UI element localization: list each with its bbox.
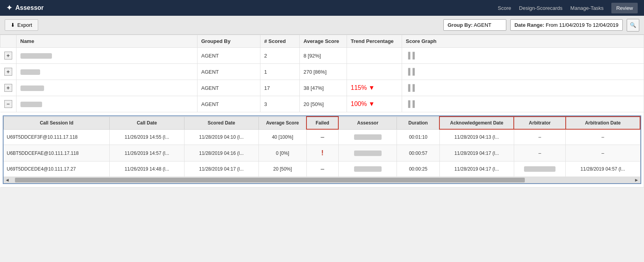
nav-score[interactable]: Score bbox=[498, 5, 511, 11]
sub-col-failed: Failed bbox=[306, 117, 338, 129]
summary-table: Name Grouped By # Scored Average Score T… bbox=[0, 35, 644, 188]
expand-row-3[interactable]: + bbox=[4, 84, 12, 92]
trend-down-icon-3: 115% ▼ bbox=[351, 84, 375, 91]
sub-col-scored-date: Scored Date bbox=[184, 117, 258, 129]
bar-chart-icon-3: ▐▐ bbox=[406, 84, 415, 91]
sub-col-arbitrator: Arbitrator bbox=[514, 117, 565, 129]
nav-manage-tasks[interactable]: Manage-Tasks bbox=[570, 5, 604, 11]
search-icon: 🔍 bbox=[630, 22, 636, 28]
agent-name-blurred-4 bbox=[20, 102, 42, 107]
call-date-3: 11/26/2019 14:48 (l... bbox=[110, 162, 184, 177]
arb-date-3: 11/28/2019 04:57 (l... bbox=[566, 162, 640, 177]
brand-name: Assessor bbox=[15, 4, 44, 11]
col-name: Name bbox=[16, 35, 197, 48]
detail-sub-row: Call Session Id Call Date Scored Date Av… bbox=[0, 112, 644, 188]
export-button[interactable]: ⬇ Export bbox=[5, 19, 38, 31]
summary-row-1: + AGENT 2 8 [92%] ▐▐ bbox=[0, 48, 644, 64]
search-button[interactable]: 🔍 bbox=[627, 19, 639, 32]
bar-chart-icon-1: ▐▐ bbox=[406, 52, 415, 59]
date-range-label: Date Range: bbox=[515, 22, 544, 28]
trend-2 bbox=[347, 64, 402, 80]
brand-icon: ✦ bbox=[6, 4, 12, 12]
assessor-blurred-2 bbox=[354, 151, 382, 156]
failed-dash-icon-3: – bbox=[321, 165, 324, 172]
sub-col-call-date: Call Date bbox=[110, 117, 184, 129]
sub-col-ack-date: Acknowledgement Date bbox=[439, 117, 514, 129]
detail-row-2: U6BT5DDCEFAE@10.111.17.118 11/26/2019 14… bbox=[4, 145, 640, 162]
scroll-right-arrow[interactable]: ► bbox=[633, 177, 640, 183]
date-range-selector[interactable]: Date Range: From 11/04/2019 To 12/04/201… bbox=[510, 19, 623, 31]
failed-dash-icon-1: – bbox=[321, 134, 324, 140]
scored-2: 1 bbox=[260, 64, 299, 80]
assessor-2 bbox=[338, 145, 397, 162]
col-scored: # Scored bbox=[260, 35, 299, 48]
trend-down-icon-4: 100% ▼ bbox=[351, 100, 375, 107]
assessor-blurred-1 bbox=[354, 134, 382, 140]
assessor-1 bbox=[338, 129, 397, 145]
avg-score-d1: 40 [100%] bbox=[258, 129, 306, 145]
assessor-3 bbox=[338, 162, 397, 177]
grouped-by-2: AGENT bbox=[197, 64, 260, 80]
col-score-graph: Score Graph bbox=[402, 35, 644, 48]
avg-score-4: 20 [50%] bbox=[299, 96, 347, 112]
arbitrator-3 bbox=[514, 162, 565, 177]
expand-row-2[interactable]: + bbox=[4, 68, 12, 76]
avg-score-2: 270 [86%] bbox=[299, 64, 347, 80]
duration-3: 00:00:25 bbox=[397, 162, 439, 177]
assessor-blurred-3 bbox=[354, 166, 382, 172]
detail-row-3: U69T5DDCEDE4@10.111.17.27 11/26/2019 14:… bbox=[4, 162, 640, 177]
arb-date-2: – bbox=[566, 145, 640, 162]
failed-3: – bbox=[306, 162, 338, 177]
scored-date-1: 11/28/2019 04:10 (l... bbox=[184, 129, 258, 145]
summary-row-4: − AGENT 3 20 [50%] 100% ▼ ▐▐ bbox=[0, 96, 644, 112]
failed-1: – bbox=[306, 129, 338, 145]
trend-4: 100% ▼ bbox=[347, 96, 402, 112]
brand: ✦ Assessor bbox=[6, 4, 498, 12]
duration-2: 00:00:57 bbox=[397, 145, 439, 162]
summary-row-2: + AGENT 1 270 [86%] ▐▐ bbox=[0, 64, 644, 80]
nav-design-scorecards[interactable]: Design-Scorecards bbox=[519, 5, 563, 11]
summary-row-3: + AGENT 17 38 [47%] 115% ▼ ▐▐ bbox=[0, 80, 644, 96]
avg-score-1: 8 [92%] bbox=[299, 48, 347, 64]
failed-exclaim-icon: ! bbox=[321, 149, 324, 157]
col-expand bbox=[0, 35, 17, 48]
avg-score-d3: 20 [50%] bbox=[258, 162, 306, 177]
horizontal-scrollbar[interactable]: ◄ ► bbox=[4, 177, 641, 183]
detail-sub-table-container: Call Session Id Call Date Scored Date Av… bbox=[3, 115, 642, 184]
scrollbar-thumb[interactable] bbox=[15, 178, 525, 182]
bar-chart-icon-2: ▐▐ bbox=[406, 68, 415, 75]
nav-review[interactable]: Review bbox=[611, 3, 638, 13]
scored-date-3: 11/28/2019 04:17 (l... bbox=[184, 162, 258, 177]
group-by-value: AGENT bbox=[474, 22, 491, 28]
scroll-left-arrow[interactable]: ◄ bbox=[4, 177, 11, 183]
scored-1: 2 bbox=[260, 48, 299, 64]
arbitrator-2: – bbox=[514, 145, 565, 162]
sub-col-assessor: Assessor bbox=[338, 117, 397, 129]
export-icon: ⬇ bbox=[11, 22, 15, 28]
sub-col-duration: Duration bbox=[397, 117, 439, 129]
avg-score-3: 38 [47%] bbox=[299, 80, 347, 96]
arb-date-1: – bbox=[566, 129, 640, 145]
toolbar-right: Group By: AGENT Date Range: From 11/04/2… bbox=[443, 19, 639, 32]
scored-date-2: 11/28/2019 04:16 (l... bbox=[184, 145, 258, 162]
call-date-1: 11/26/2019 14:55 (l... bbox=[110, 129, 184, 145]
agent-name-blurred-3 bbox=[20, 85, 44, 91]
col-avg-score: Average Score bbox=[299, 35, 347, 48]
col-trend: Trend Percentage bbox=[347, 35, 402, 48]
scored-4: 3 bbox=[260, 96, 299, 112]
expand-row-1[interactable]: + bbox=[4, 52, 12, 59]
sub-col-arb-date: Arbitration Date bbox=[566, 117, 640, 129]
grouped-by-1: AGENT bbox=[197, 48, 260, 64]
expand-row-4[interactable]: − bbox=[4, 100, 12, 108]
session-id-2: U6BT5DDCEFAE@10.111.17.118 bbox=[4, 145, 110, 162]
graph-1: ▐▐ bbox=[402, 48, 644, 64]
group-by-selector[interactable]: Group By: AGENT bbox=[443, 19, 506, 31]
agent-name-blurred-2 bbox=[20, 69, 40, 75]
avg-score-d2: 0 [0%] bbox=[258, 145, 306, 162]
failed-2: ! bbox=[306, 145, 338, 162]
graph-2: ▐▐ bbox=[402, 64, 644, 80]
grouped-by-4: AGENT bbox=[197, 96, 260, 112]
detail-row-1: U69T5DDCEF3F@10.111.17.118 11/26/2019 14… bbox=[4, 129, 640, 145]
arbitrator-1: – bbox=[514, 129, 565, 145]
ack-date-3: 11/28/2019 04:17 (l... bbox=[439, 162, 514, 177]
